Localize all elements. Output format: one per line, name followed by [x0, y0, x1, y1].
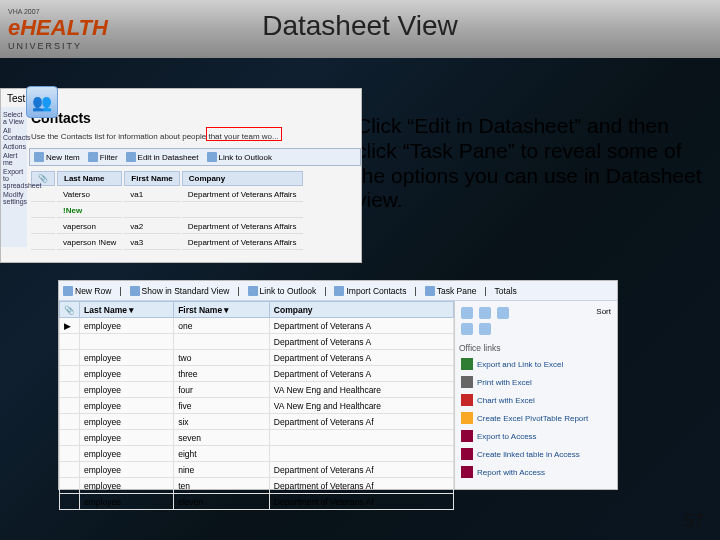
access-icon — [461, 448, 473, 460]
export-access-link[interactable]: Export to Access — [459, 427, 613, 445]
instruction-text: Click “Edit in Datasheet” and then click… — [356, 114, 710, 213]
task-pane-button[interactable]: Task Pane — [425, 286, 477, 296]
red-highlight-box — [206, 127, 282, 141]
datasheet-toolbar: New Row| Show in Standard View| Link to … — [59, 281, 617, 301]
logo-sub: UNIVERSITY — [8, 41, 108, 51]
table-row[interactable]: Department of Veterans A — [60, 334, 454, 350]
col-company[interactable]: Company — [182, 171, 303, 186]
table-row[interactable]: employeetwoDepartment of Veterans A — [60, 350, 454, 366]
table-row[interactable]: employeesixDepartment of Veterans Af — [60, 414, 454, 430]
link-outlook-button[interactable]: Link to Outlook — [207, 152, 272, 162]
col-lastname[interactable]: Last Name ▾ — [80, 302, 174, 318]
std-view-icon — [130, 286, 140, 296]
undo-icon[interactable] — [461, 323, 473, 335]
label: Edit in Datasheet — [138, 153, 199, 162]
filter-button[interactable]: Filter — [88, 152, 118, 162]
new-row-button[interactable]: New Row — [63, 286, 111, 296]
task-pane-icon-row: Sort — [459, 305, 613, 321]
paste-icon[interactable] — [497, 307, 509, 319]
label: New Item — [46, 153, 80, 162]
chart-excel-link[interactable]: Chart with Excel — [459, 391, 613, 409]
copy-icon[interactable] — [479, 307, 491, 319]
import-contacts-button[interactable]: Import Contacts — [334, 286, 406, 296]
table-row[interactable]: employeeseven — [60, 430, 454, 446]
new-row-icon — [63, 286, 73, 296]
contacts-table-top: 📎 Last Name First Name Company Vatersova… — [29, 169, 305, 252]
top-toolbar: New Item Filter Edit in Datasheet Link t… — [29, 148, 361, 166]
col-firstname[interactable]: First Name ▾ — [174, 302, 270, 318]
table-row[interactable]: employeethreeDepartment of Veterans A — [60, 366, 454, 382]
new-icon — [34, 152, 44, 162]
col-company[interactable]: Company — [269, 302, 453, 318]
access-icon — [461, 430, 473, 442]
slide-number: 57 — [684, 511, 704, 532]
edit-datasheet-button[interactable]: Edit in Datasheet — [126, 152, 199, 162]
sidebar-actions: Actions — [3, 143, 25, 150]
totals-button[interactable]: Totals — [495, 286, 517, 296]
table-row[interactable]: employeefourVA New Eng and Healthcare — [60, 382, 454, 398]
list-description: Use the Contacts list for information ab… — [1, 130, 361, 145]
sort-label[interactable]: Sort — [596, 307, 611, 319]
linked-table-access-link[interactable]: Create linked table in Access — [459, 445, 613, 463]
table-row: !New — [31, 204, 303, 218]
attach-col[interactable]: 📎 — [60, 302, 80, 318]
outlook-icon — [248, 286, 258, 296]
link-outlook-button2[interactable]: Link to Outlook — [248, 286, 317, 296]
outlook-icon — [207, 152, 217, 162]
pivot-icon — [461, 412, 473, 424]
help-icon[interactable] — [479, 323, 491, 335]
header-row: 📎 Last Name First Name Company — [31, 171, 303, 186]
label: Link to Outlook — [219, 153, 272, 162]
standard-view-button[interactable]: Show in Standard View — [130, 286, 230, 296]
table-row: vaperson !Newva3Department of Veterans A… — [31, 236, 303, 250]
grid-icon — [126, 152, 136, 162]
sidebar-view-header: Select a View — [3, 111, 25, 125]
export-excel-link[interactable]: Export and Link to Excel — [459, 355, 613, 373]
sidebar-export[interactable]: Export to spreadsheet — [3, 168, 25, 189]
grid-header-row: 📎 Last Name ▾ First Name ▾ Company — [60, 302, 454, 318]
table-row: vapersonva2Department of Veterans Affair… — [31, 220, 303, 234]
report-access-link[interactable]: Report with Access — [459, 463, 613, 481]
datasheet-panel: New Row| Show in Standard View| Link to … — [58, 280, 618, 490]
sidebar-alert[interactable]: Alert me — [3, 152, 25, 166]
table-row[interactable]: employeenineDepartment of Veterans Af — [60, 462, 454, 478]
excel-icon — [461, 358, 473, 370]
sidebar-modify[interactable]: Modify settings — [3, 191, 25, 205]
print-excel-link[interactable]: Print with Excel — [459, 373, 613, 391]
task-pane: Sort Office links Export and Link to Exc… — [455, 301, 617, 489]
table-row: Vatersova1Department of Veterans Affairs — [31, 188, 303, 202]
new-item-button[interactable]: New Item — [34, 152, 80, 162]
slide-title: Datasheet View — [0, 10, 720, 42]
table-row[interactable]: ▶employeeoneDepartment of Veterans A — [60, 318, 454, 334]
access-icon — [461, 466, 473, 478]
table-row[interactable]: employeetenDepartment of Veterans Af — [60, 478, 454, 494]
col-firstname[interactable]: First Name — [124, 171, 179, 186]
col-lastname[interactable]: Last Name — [57, 171, 122, 186]
datasheet-grid[interactable]: 📎 Last Name ▾ First Name ▾ Company ▶empl… — [59, 301, 455, 489]
print-icon — [461, 376, 473, 388]
import-icon — [334, 286, 344, 296]
label: Filter — [100, 153, 118, 162]
table-row[interactable]: employeeelevenDepartment of Veterans Af — [60, 494, 454, 510]
left-sidebar: Select a View All Contacts Actions Alert… — [1, 107, 27, 247]
contacts-list-icon: 👥 — [26, 86, 58, 118]
office-links-header: Office links — [459, 343, 613, 355]
sidebar-all-contacts[interactable]: All Contacts — [3, 127, 25, 141]
pivot-excel-link[interactable]: Create Excel PivotTable Report — [459, 409, 613, 427]
filter-icon — [88, 152, 98, 162]
chart-icon — [461, 394, 473, 406]
table-row[interactable]: employeefiveVA New Eng and Healthcare — [60, 398, 454, 414]
task-pane-icon — [425, 286, 435, 296]
table-row[interactable]: employeeeight — [60, 446, 454, 462]
cut-icon[interactable] — [461, 307, 473, 319]
